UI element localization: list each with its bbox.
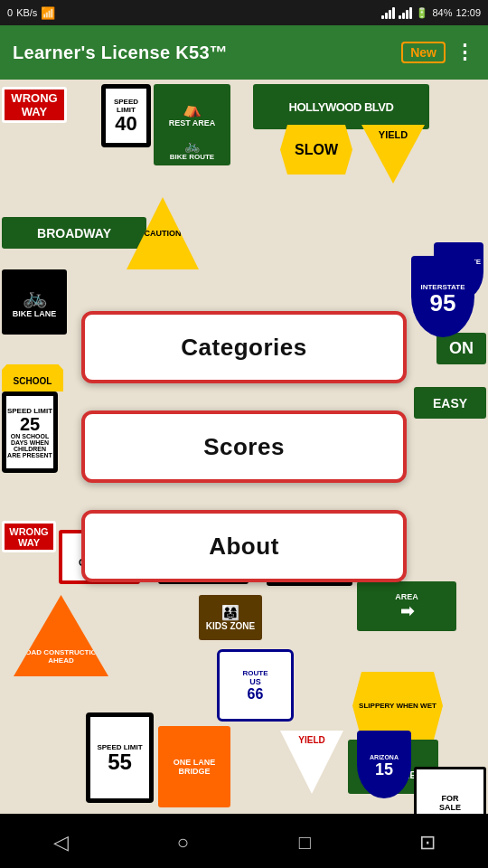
status-left: 0 KB/s 📶 [7,6,55,20]
wifi-icon: 📶 [41,6,55,20]
buttons-overlay: Categories Scores About [0,80,488,814]
scores-label: Scores [203,433,285,461]
data-unit: KB/s [16,7,37,18]
data-speed: 0 [7,7,13,18]
scores-button[interactable]: Scores [81,410,407,483]
assist-icon: ⊡ [419,831,436,854]
assist-button[interactable]: ⊡ [400,825,455,861]
signal-icon-2 [399,6,412,19]
status-right: 🔋 84% 12:09 [381,6,481,19]
status-bar: 0 KB/s 📶 🔋 84% 12:09 [0,0,488,25]
bottom-nav: ◁ ○ □ ⊡ [0,817,488,868]
home-button[interactable]: ○ [156,825,211,861]
app-bar: Learner's License K53™ New ⋮ [0,25,488,80]
clock: 12:09 [455,7,481,18]
signal-icon [381,6,395,19]
home-icon: ○ [177,831,189,854]
recents-button[interactable]: □ [278,825,333,861]
battery-indicator: 🔋 [416,7,428,19]
app-title: Learner's License K53™ [13,42,228,63]
about-label: About [209,533,279,561]
new-badge[interactable]: New [401,42,446,63]
recents-icon: □ [299,831,311,854]
categories-label: Categories [181,334,306,362]
about-button[interactable]: About [81,510,407,582]
back-icon: ◁ [53,831,69,854]
battery-percentage: 84% [432,7,452,18]
back-button[interactable]: ◁ [34,825,89,861]
app-bar-right: New ⋮ [401,41,475,64]
more-options-icon[interactable]: ⋮ [455,41,475,64]
categories-button[interactable]: Categories [81,311,407,383]
